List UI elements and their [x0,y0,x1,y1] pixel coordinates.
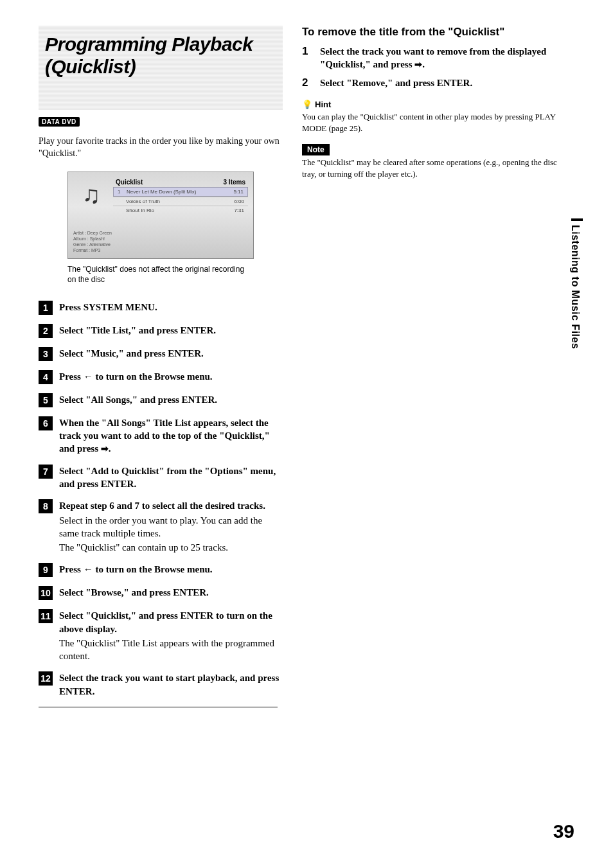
step-number: 2 [39,324,53,338]
hint-label: Hint [315,100,331,109]
step-text: Select "All Songs," and press ENTER. [59,393,217,407]
step-text: Select "Title List," and press ENTER. [59,324,216,338]
separator [39,707,278,707]
hint-icon: 💡 [302,100,312,109]
track-metadata: Artist : Deep Green Album : Splash! Genr… [73,230,248,253]
note-label: Note [302,144,330,155]
step-number: 7 [39,465,53,479]
remove-step-number: 2 [302,76,311,89]
arrow-left-icon [84,371,93,382]
step-number: 9 [39,563,53,577]
step: 6When the "All Songs" Title List appears… [39,416,283,456]
arrow-right-icon [101,443,109,454]
remove-step: 1Select the track you want to remove fro… [302,45,559,71]
page-number: 39 [553,820,574,842]
step-text: Select the track you want to start playb… [59,671,283,698]
remove-step: 2Select "Remove," and press ENTER. [302,76,559,89]
note-text: The "Quicklist" may be cleared after som… [302,157,559,179]
ui-screenshot: ♫ Quicklist 3 Items 1 Never Let Me Down … [67,172,254,259]
music-note-icon: ♫ [73,177,109,213]
remove-step-text: Select "Remove," and press ENTER. [320,76,472,89]
quicklist-row: Voices of Truth 6:00 [113,197,248,206]
step-text: Repeat step 6 and 7 to select all the de… [59,499,283,554]
step: 2Select "Title List," and press ENTER. [39,324,283,338]
hint-text: You can play the "Quicklist" content in … [302,111,559,134]
screenshot-caption: The "Quicklist" does not affect the orig… [67,264,254,285]
step: 5Select "All Songs," and press ENTER. [39,393,283,407]
section-title: Programming Playback (Quicklist) [45,33,276,78]
remove-step-number: 1 [302,45,311,71]
step-number: 10 [39,586,53,600]
remove-step-text: Select the track you want to remove from… [320,45,559,71]
step: 8Repeat step 6 and 7 to select all the d… [39,499,283,554]
step-number: 5 [39,393,53,407]
step-text: Press to turn on the Browse menu. [59,563,213,577]
step: 10Select "Browse," and press ENTER. [39,586,283,600]
step-number: 6 [39,416,53,430]
step: 7Select "Add to Quicklist" from the "Opt… [39,465,283,491]
quicklist-row: Shout In Rio 7:31 [113,206,248,215]
right-column: To remove the title from the "Quicklist"… [302,26,559,707]
section-title-block: Programming Playback (Quicklist) [39,26,283,110]
step-text: Press to turn on the Browse menu. [59,370,213,384]
tab-marker [571,218,583,221]
step: 12Select the track you want to start pla… [39,671,283,698]
step-number: 3 [39,347,53,361]
procedure-steps: 1Press SYSTEM MENU.2Select "Title List,"… [39,301,283,698]
arrow-left-icon [84,564,93,574]
step-number: 11 [39,609,53,623]
step-text: Select "Add to Quicklist" from the "Opti… [59,465,283,491]
step-text: Press SYSTEM MENU. [59,301,157,315]
step-number: 12 [39,671,53,686]
remove-steps: 1Select the track you want to remove fro… [302,45,559,89]
step: 11Select "Quicklist," and press ENTER to… [39,609,283,662]
quicklist-header: Quicklist [116,179,143,186]
step: 3Select "Music," and press ENTER. [39,347,283,361]
step-text: Select "Music," and press ENTER. [59,347,204,361]
step-text: When the "All Songs" Title List appears,… [59,416,283,456]
step: 9Press to turn on the Browse menu. [39,563,283,577]
step: 1Press SYSTEM MENU. [39,301,283,315]
intro-text: Play your favorite tracks in the order y… [39,136,283,160]
step-text: Select "Quicklist," and press ENTER to t… [59,609,283,662]
arrow-right-icon [414,59,422,69]
left-column: Programming Playback (Quicklist) DATA DV… [39,26,283,707]
step-number: 8 [39,499,53,513]
manual-page: Programming Playback (Quicklist) DATA DV… [0,0,613,727]
disc-type-badge: DATA DVD [39,117,80,127]
quicklist-count: 3 Items [224,179,245,186]
step-number: 4 [39,370,53,384]
step: 4Press to turn on the Browse menu. [39,370,283,384]
step-number: 1 [39,301,53,315]
hint-block: 💡Hint You can play the "Quicklist" conte… [302,98,559,134]
chapter-tab: Listening to Music Files [569,218,585,349]
remove-heading: To remove the title from the "Quicklist" [302,26,559,39]
step-text: Select "Browse," and press ENTER. [59,586,209,600]
chapter-tab-label: Listening to Music Files [569,225,581,349]
quicklist-row: 1 Never Let Me Down (Split Mix) 5:11 [113,187,248,197]
